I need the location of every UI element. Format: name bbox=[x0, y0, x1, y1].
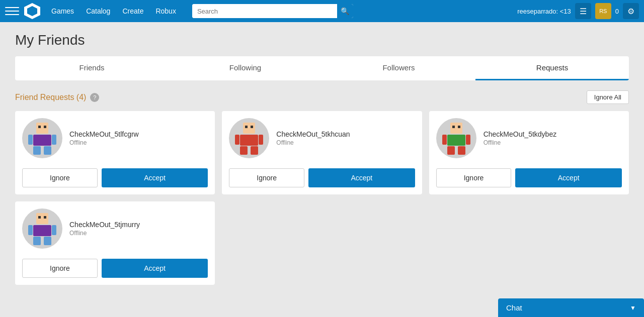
nav-robux[interactable]: Robux bbox=[149, 0, 182, 22]
svg-rect-6 bbox=[33, 146, 41, 155]
svg-rect-12 bbox=[235, 135, 239, 145]
main-content: My Friends Friends Following Followers R… bbox=[0, 22, 644, 295]
settings-icon[interactable]: ⚙ bbox=[623, 3, 639, 19]
svg-rect-22 bbox=[447, 146, 455, 155]
tab-followers[interactable]: Followers bbox=[322, 56, 475, 80]
svg-rect-4 bbox=[28, 135, 33, 145]
roblox-logo[interactable] bbox=[24, 3, 40, 19]
tab-following[interactable]: Following bbox=[169, 56, 322, 80]
status: Offline bbox=[484, 139, 557, 146]
status: Offline bbox=[69, 139, 139, 146]
hamburger-menu[interactable] bbox=[5, 4, 19, 18]
svg-rect-1 bbox=[38, 126, 41, 128]
svg-rect-21 bbox=[466, 135, 470, 145]
svg-rect-15 bbox=[251, 146, 258, 155]
svg-rect-27 bbox=[33, 225, 51, 236]
svg-rect-30 bbox=[33, 237, 41, 245]
section-header: Friend Requests (4) ? Ignore All bbox=[15, 90, 629, 104]
grid-placeholder bbox=[429, 201, 629, 285]
ignore-button[interactable]: Ignore bbox=[436, 168, 512, 187]
svg-rect-24 bbox=[36, 213, 48, 224]
accept-button[interactable]: Accept bbox=[102, 259, 208, 278]
svg-rect-13 bbox=[259, 135, 263, 145]
svg-rect-0 bbox=[36, 123, 48, 134]
card-info: CheckMeOut_5tjmurry Offline bbox=[15, 201, 215, 254]
svg-rect-19 bbox=[447, 135, 465, 146]
user-details: CheckMeOut_5tlfcgrw Offline bbox=[69, 130, 139, 146]
section-title-text: Friend Requests (4) bbox=[15, 93, 86, 102]
search-button[interactable]: 🔍 bbox=[337, 4, 353, 18]
card-info: CheckMeOut_5tlfcgrw Offline bbox=[15, 111, 215, 163]
friend-requests-grid: CheckMeOut_5tlfcgrw Offline Ignore Accep… bbox=[15, 111, 629, 285]
username: CheckMeOut_5tjmurry bbox=[69, 221, 140, 229]
username: CheckMeOut_5tkhcuan bbox=[276, 130, 350, 138]
nav-create[interactable]: Create bbox=[116, 0, 149, 22]
avatar bbox=[436, 118, 476, 158]
ignore-button[interactable]: Ignore bbox=[22, 259, 98, 278]
card-actions: Ignore Accept bbox=[15, 163, 215, 194]
svg-rect-17 bbox=[452, 126, 455, 128]
svg-rect-20 bbox=[442, 135, 447, 145]
robux-icon[interactable]: RS bbox=[595, 3, 611, 19]
username-display: reeseparrado: <13 bbox=[517, 8, 571, 15]
nav-links: Games Catalog Create Robux bbox=[45, 0, 182, 22]
svg-rect-18 bbox=[458, 126, 460, 128]
svg-rect-16 bbox=[450, 123, 462, 134]
card-actions: Ignore Accept bbox=[15, 254, 215, 285]
card-info: CheckMeOut_5tkhcuan Offline bbox=[222, 111, 422, 163]
grid-placeholder bbox=[222, 201, 422, 285]
page-title: My Friends bbox=[15, 32, 629, 48]
svg-rect-28 bbox=[28, 225, 33, 235]
svg-rect-2 bbox=[44, 126, 46, 128]
nav-catalog[interactable]: Catalog bbox=[80, 0, 116, 22]
status: Offline bbox=[276, 139, 350, 146]
svg-rect-11 bbox=[240, 135, 258, 146]
accept-button[interactable]: Accept bbox=[102, 168, 208, 187]
svg-rect-3 bbox=[33, 135, 51, 146]
avatar bbox=[22, 118, 62, 158]
friend-request-card: CheckMeOut_5tjmurry Offline Ignore Accep… bbox=[15, 201, 215, 285]
nav-games[interactable]: Games bbox=[45, 0, 80, 22]
svg-rect-23 bbox=[458, 146, 465, 155]
chat-label: Chat bbox=[506, 303, 522, 312]
svg-rect-8 bbox=[243, 123, 255, 134]
messages-icon[interactable]: ☰ bbox=[575, 3, 591, 19]
username: CheckMeOut_5tlfcgrw bbox=[69, 130, 139, 138]
svg-rect-14 bbox=[240, 146, 248, 155]
search-input[interactable] bbox=[192, 4, 337, 18]
svg-rect-25 bbox=[38, 216, 41, 219]
svg-rect-7 bbox=[44, 146, 51, 155]
username: CheckMeOut_5tkdybez bbox=[484, 130, 557, 138]
tab-requests[interactable]: Requests bbox=[475, 56, 629, 80]
search-bar: 🔍 bbox=[192, 4, 353, 18]
ignore-button[interactable]: Ignore bbox=[229, 168, 304, 187]
card-info: CheckMeOut_5tkdybez Offline bbox=[429, 111, 629, 163]
ignore-all-button[interactable]: Ignore All bbox=[587, 90, 629, 104]
card-actions: Ignore Accept bbox=[222, 163, 422, 194]
accept-button[interactable]: Accept bbox=[515, 168, 622, 187]
svg-rect-5 bbox=[52, 135, 56, 145]
tab-friends[interactable]: Friends bbox=[15, 56, 169, 80]
svg-rect-26 bbox=[44, 216, 46, 219]
accept-button[interactable]: Accept bbox=[308, 168, 415, 187]
section-title: Friend Requests (4) ? bbox=[15, 93, 99, 102]
robux-count: 0 bbox=[615, 8, 619, 15]
info-icon[interactable]: ? bbox=[90, 93, 99, 102]
ignore-button[interactable]: Ignore bbox=[22, 168, 98, 187]
avatar bbox=[22, 208, 62, 249]
friend-request-card: CheckMeOut_5tkdybez Offline Ignore Accep… bbox=[429, 111, 629, 194]
nav-right: reeseparrado: <13 ☰ RS 0 ⚙ bbox=[517, 3, 639, 19]
tabs-container: Friends Following Followers Requests bbox=[15, 56, 629, 80]
friend-request-card: CheckMeOut_5tlfcgrw Offline Ignore Accep… bbox=[15, 111, 215, 194]
svg-rect-10 bbox=[251, 126, 253, 128]
friend-request-card: CheckMeOut_5tkhcuan Offline Ignore Accep… bbox=[222, 111, 422, 194]
avatar bbox=[229, 118, 269, 158]
chat-chevron-icon: ▼ bbox=[630, 304, 636, 311]
svg-rect-9 bbox=[245, 126, 248, 128]
status: Offline bbox=[69, 230, 140, 237]
card-actions: Ignore Accept bbox=[429, 163, 629, 194]
chat-bar[interactable]: Chat ▼ bbox=[498, 298, 644, 317]
user-details: CheckMeOut_5tjmurry Offline bbox=[69, 221, 140, 237]
user-details: CheckMeOut_5tkdybez Offline bbox=[484, 130, 557, 146]
svg-rect-29 bbox=[52, 225, 56, 235]
